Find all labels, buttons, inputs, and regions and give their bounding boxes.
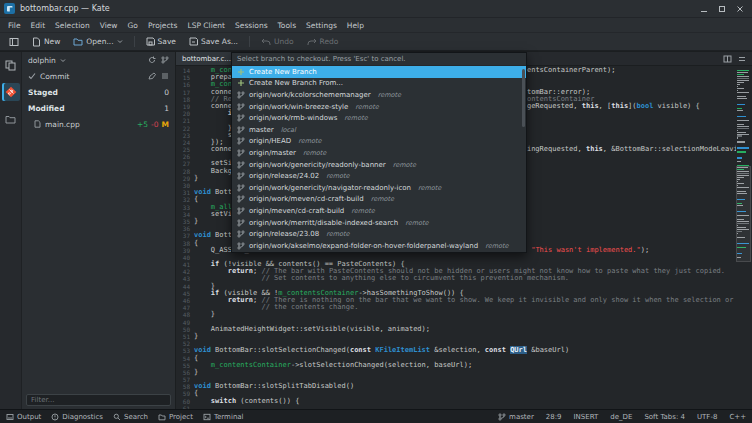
- menu-help[interactable]: Help: [342, 19, 369, 32]
- git-branch[interactable]: master: [498, 413, 534, 421]
- project-tool-button[interactable]: [2, 110, 20, 128]
- line-number: 42: [176, 268, 194, 275]
- create-branch-item[interactable]: Create New Branch: [232, 66, 526, 78]
- search-toggle[interactable]: Search: [113, 413, 148, 421]
- branch-item[interactable]: origin/work/merritt/disable-indexed-sear…: [232, 217, 526, 229]
- code-text: }: [194, 175, 198, 182]
- minimap-line: [737, 157, 742, 158]
- toggle-sidebar-button[interactable]: [4, 35, 24, 49]
- minimap-line: [737, 116, 746, 117]
- save-button[interactable]: Save: [141, 35, 181, 48]
- branch-item[interactable]: origin/masterremote: [232, 147, 526, 159]
- highlight-mode[interactable]: C++: [729, 413, 746, 421]
- line-number: 46: [176, 297, 194, 304]
- new-button[interactable]: New: [27, 35, 65, 49]
- save-as-icon: [189, 37, 198, 46]
- minimap-line: [737, 141, 745, 142]
- branch-item[interactable]: origin/HEADremote: [232, 136, 526, 148]
- deletions-count: -0: [151, 120, 158, 129]
- save-as-button[interactable]: Save As...: [184, 35, 243, 48]
- menu-view[interactable]: View: [95, 19, 123, 32]
- staged-section-header[interactable]: Staged 0: [22, 84, 175, 100]
- encoding[interactable]: UTF-8: [697, 413, 717, 421]
- branch-item[interactable]: origin/work/kcolorschememanagerremote: [232, 89, 526, 101]
- popup-scrollbar[interactable]: [522, 69, 525, 127]
- check-icon: [28, 72, 36, 80]
- minimap-line: [737, 104, 745, 105]
- git-filter-input[interactable]: [26, 394, 171, 406]
- git-tool-button[interactable]: [2, 83, 20, 101]
- staged-count: 0: [164, 88, 169, 97]
- documents-tool-button[interactable]: [2, 56, 20, 74]
- output-toggle[interactable]: Output: [6, 413, 41, 421]
- dictionary[interactable]: de_DE: [610, 413, 632, 421]
- minimize-button[interactable]: [696, 2, 712, 16]
- minimap-line: [737, 137, 738, 138]
- line-number: 40: [176, 254, 194, 261]
- close-button[interactable]: [732, 2, 748, 16]
- minimap[interactable]: [737, 70, 750, 261]
- menu-sessions[interactable]: Sessions: [230, 19, 273, 32]
- line-number: 20: [176, 110, 194, 117]
- branch-item[interactable]: origin/work/win-breeze-styleremote: [232, 101, 526, 113]
- code-text: AnimatedHeightWidget::setVisible(visible…: [194, 326, 430, 333]
- diagnostics-toggle[interactable]: Diagnostics: [51, 413, 103, 421]
- branch-item[interactable]: origin/work/akselmo/expand-folder-on-hov…: [232, 240, 526, 252]
- branch-item[interactable]: origin/work/rmb-windowsremote: [232, 112, 526, 124]
- menu-lsp-client[interactable]: LSP Client: [182, 19, 230, 32]
- modified-file-row[interactable]: main.cpp +5 -0 M: [22, 116, 175, 132]
- cursor-position[interactable]: 28:9: [546, 413, 562, 421]
- menu-file[interactable]: File: [3, 19, 26, 32]
- branch-item[interactable]: origin/release/24.02remote: [232, 170, 526, 182]
- branch-item[interactable]: origin/work/meven/cd-craft-buildremote: [232, 194, 526, 206]
- input-mode[interactable]: INSERT: [574, 413, 599, 421]
- split-view-icon[interactable]: [723, 55, 732, 63]
- line-number: 15: [176, 74, 194, 81]
- menu-settings[interactable]: Settings: [301, 19, 342, 32]
- maximize-button[interactable]: [714, 2, 730, 16]
- checkout-branch-icon[interactable]: [161, 56, 169, 64]
- menu-icon[interactable]: [161, 72, 169, 80]
- line-number: 17: [176, 89, 194, 96]
- line-number: 47: [176, 304, 194, 311]
- undo-button[interactable]: Undo: [256, 35, 299, 48]
- tab-overflow-icon[interactable]: [738, 55, 746, 63]
- branch-item[interactable]: origin/meven/cd-craft-buildremote: [232, 205, 526, 217]
- toolbar-separator: [249, 36, 250, 47]
- modified-section-header[interactable]: Modified 1: [22, 100, 175, 116]
- create-branch-item[interactable]: Create New Branch From...: [232, 78, 526, 90]
- branch-item[interactable]: masterlocal: [232, 124, 526, 136]
- project-toggle[interactable]: Project: [158, 413, 193, 421]
- code-text: }: [194, 369, 198, 376]
- project-name: dolphin: [28, 56, 56, 65]
- commit-button-label: Commit: [40, 72, 69, 81]
- refresh-icon[interactable]: [148, 56, 156, 64]
- output-toggle-label: Output: [17, 413, 41, 421]
- branch-item[interactable]: origin/work/genericity/navigator-readonl…: [232, 182, 526, 194]
- minimap-view-indicator[interactable]: [736, 166, 751, 262]
- branch-icon: [237, 172, 245, 180]
- code-line: 58void BottomBar::slotSplitTabDisabled(): [176, 383, 736, 390]
- code-text: // Set contents to anything else to circ…: [194, 275, 569, 282]
- menu-edit[interactable]: Edit: [26, 19, 51, 32]
- undo-button-label: Undo: [274, 37, 294, 46]
- code-text: void BottomBar::slotSelectionChanged(con…: [194, 347, 569, 354]
- amend-icon[interactable]: [148, 72, 156, 80]
- branch-scope-tag: remote: [485, 242, 508, 250]
- menu-tools[interactable]: Tools: [273, 19, 301, 32]
- menu-go[interactable]: Go: [122, 19, 142, 32]
- terminal-toggle[interactable]: Terminal: [203, 413, 244, 421]
- tab-settings[interactable]: Soft Tabs: 4: [644, 413, 685, 421]
- code-text: void BottomBar::slotSplitTabDisabled(): [194, 383, 354, 390]
- branch-item-label: Create New Branch From...: [249, 79, 343, 87]
- open-folder-icon: [73, 37, 83, 46]
- open-button[interactable]: Open...: [68, 35, 127, 48]
- project-selector[interactable]: dolphin: [22, 52, 175, 68]
- redo-button[interactable]: Redo: [302, 35, 344, 48]
- branch-item[interactable]: origin/release/23.08remote: [232, 228, 526, 240]
- commit-button[interactable]: Commit: [22, 68, 175, 84]
- search-toggle-label: Search: [124, 413, 148, 421]
- menu-projects[interactable]: Projects: [143, 19, 183, 32]
- branch-item[interactable]: origin/work/genericity/readonly-bannerre…: [232, 159, 526, 171]
- menu-selection[interactable]: Selection: [50, 19, 95, 32]
